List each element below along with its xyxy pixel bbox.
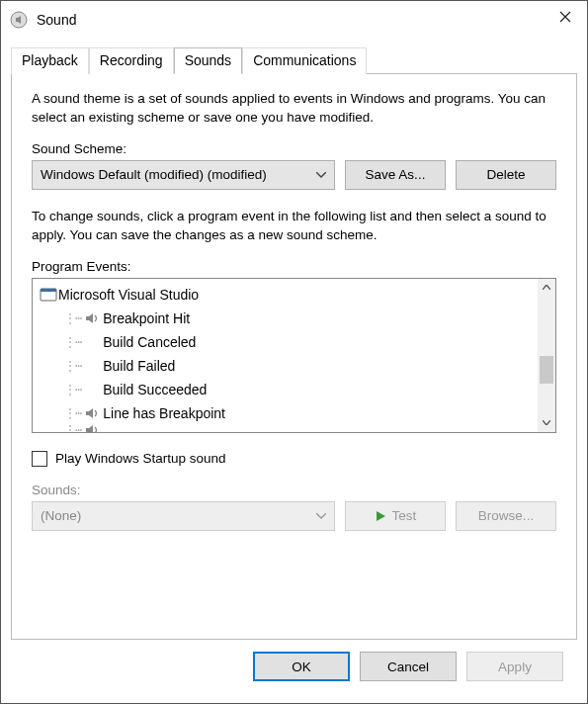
tree-event-node[interactable]: ⋮⋯Build Canceled [33, 330, 538, 354]
scheme-dropdown[interactable]: Windows Default (modified) (modified) [32, 160, 335, 190]
play-icon [375, 510, 386, 522]
dialog-footer: OK Cancel Apply [11, 640, 577, 693]
event-label: Build Canceled [103, 334, 196, 350]
tree-event-node[interactable]: ⋮⋯ [33, 425, 538, 432]
tab-playback[interactable]: Playback [11, 47, 89, 74]
chevron-down-icon [316, 513, 326, 519]
test-button: Test [345, 501, 446, 531]
chevron-down-icon [316, 172, 326, 178]
blank-icon [83, 335, 103, 349]
blank-icon [83, 359, 103, 373]
tree-event-node[interactable]: ⋮⋯Breakpoint Hit [33, 307, 538, 330]
sound-app-icon [9, 10, 29, 30]
svg-rect-2 [41, 289, 56, 292]
event-label: Build Failed [103, 358, 175, 374]
tree-app-node[interactable]: Microsoft Visual Studio [33, 283, 538, 307]
client-area: Playback Recording Sounds Communications… [1, 39, 587, 703]
app-icon [39, 288, 58, 302]
sounds-panel: A sound theme is a set of sounds applied… [11, 73, 577, 640]
theme-description: A sound theme is a set of sounds applied… [32, 90, 556, 128]
events-scrollbar[interactable] [538, 279, 555, 432]
event-label: Line has Breakpoint [103, 405, 225, 421]
scroll-down-icon[interactable] [538, 414, 555, 432]
tab-recording[interactable]: Recording [89, 47, 174, 74]
titlebar: Sound [1, 1, 587, 39]
sounds-value: (None) [41, 508, 316, 523]
speaker-icon [83, 425, 103, 432]
scroll-up-icon[interactable] [538, 279, 555, 297]
delete-button[interactable]: Delete [456, 160, 556, 190]
startup-sound-checkbox[interactable] [32, 451, 47, 467]
ok-button[interactable]: OK [253, 652, 350, 681]
events-label: Program Events: [32, 259, 556, 274]
tree-event-node[interactable]: ⋮⋯Build Succeeded [33, 378, 538, 401]
tree-event-node[interactable]: ⋮⋯Build Failed [33, 354, 538, 378]
save-as-button[interactable]: Save As... [345, 160, 446, 190]
scheme-label: Sound Scheme: [32, 141, 556, 156]
event-label: Breakpoint Hit [103, 310, 190, 326]
close-button[interactable] [543, 1, 587, 33]
sound-dialog: Sound Playback Recording Sounds Communic… [0, 0, 588, 704]
event-label: Build Succeeded [103, 382, 207, 397]
tab-communications[interactable]: Communications [242, 47, 367, 74]
tab-sounds[interactable]: Sounds [174, 47, 242, 74]
event-label: Microsoft Visual Studio [58, 287, 199, 303]
blank-icon [83, 383, 103, 396]
sounds-dropdown: (None) [32, 501, 335, 531]
tree-event-node[interactable]: ⋮⋯Line has Breakpoint [33, 401, 538, 425]
startup-sound-label: Play Windows Startup sound [55, 451, 226, 466]
cancel-button[interactable]: Cancel [360, 652, 457, 681]
window-title: Sound [37, 12, 76, 28]
program-events-list[interactable]: Microsoft Visual Studio⋮⋯Breakpoint Hit⋮… [32, 278, 556, 433]
browse-button: Browse... [456, 501, 556, 531]
tabstrip: Playback Recording Sounds Communications [11, 47, 577, 74]
scheme-value: Windows Default (modified) (modified) [41, 167, 316, 182]
speaker-icon [83, 406, 103, 420]
scroll-thumb[interactable] [540, 356, 553, 384]
sounds-label: Sounds: [32, 483, 556, 497]
change-sounds-description: To change sounds, click a program event … [32, 208, 556, 245]
startup-sound-row: Play Windows Startup sound [32, 451, 556, 467]
apply-button: Apply [466, 652, 563, 681]
speaker-icon [83, 311, 103, 325]
